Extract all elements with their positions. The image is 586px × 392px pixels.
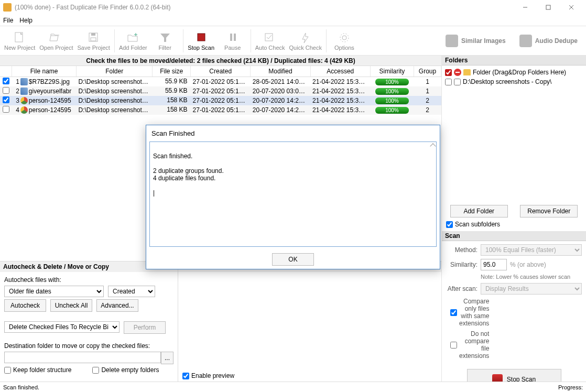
col-group[interactable]: Group xyxy=(414,66,441,77)
close-button[interactable] xyxy=(560,0,583,15)
new-project-icon xyxy=(13,31,27,45)
created-select[interactable]: Created xyxy=(108,286,155,297)
scan-section-header: Scan xyxy=(442,231,586,241)
table-row[interactable]: 2giveyourselfabrD:\Desktop screenshots -… xyxy=(0,86,441,96)
check-summary-bar: Check the files to be moved/deleted: 2 f… xyxy=(0,56,441,66)
delete-empty-folders-checkbox[interactable] xyxy=(92,367,99,374)
window-title: (100% done) - Fast Duplicate File Finder… xyxy=(15,4,170,11)
file-type-icon xyxy=(20,78,28,85)
table-row[interactable]: 1$R7BZ29S.jpgD:\Desktop screenshots -...… xyxy=(0,77,441,86)
svg-rect-1 xyxy=(546,5,550,9)
table-header-row: File name Folder File size Created Modif… xyxy=(0,66,441,77)
row-checkbox[interactable] xyxy=(3,96,9,103)
folder-path-row[interactable]: D:\Desktop screenshots - Copy\ xyxy=(445,77,583,86)
uncheck-all-button[interactable]: Uncheck All xyxy=(50,299,92,312)
autocheck-button[interactable]: Autocheck xyxy=(4,299,46,312)
file-name: $R7BZ29S.jpg xyxy=(29,78,70,85)
toolbar-separator xyxy=(183,29,183,52)
filter-icon xyxy=(158,31,172,45)
menu-help[interactable]: Help xyxy=(19,17,32,24)
row-checkbox[interactable] xyxy=(3,78,9,84)
scan-subfolders-checkbox[interactable] xyxy=(446,221,453,228)
keep-folder-structure-checkbox[interactable] xyxy=(4,367,11,374)
stop-scan-big-label: Stop Scan xyxy=(507,376,536,382)
add-folder-side-button[interactable]: Add Folder xyxy=(450,205,508,217)
dont-compare-ext-checkbox[interactable] xyxy=(450,342,457,349)
delete-action-select[interactable]: Delete Checked Files To Recycle Bin xyxy=(4,321,120,333)
compare-same-ext-checkbox[interactable] xyxy=(450,309,457,316)
method-label: Method: xyxy=(446,246,478,254)
col-filename[interactable]: File name xyxy=(12,66,77,77)
menu-file[interactable]: File xyxy=(3,17,13,24)
options-button[interactable]: Options xyxy=(329,28,360,54)
add-folder-button[interactable]: Add Folder xyxy=(117,28,149,54)
folders-list[interactable]: Folder (Drag&Drop Folders Here) D:\Deskt… xyxy=(442,66,586,202)
similar-images-link[interactable]: Similar Images xyxy=(446,35,506,47)
file-name: person-124595 xyxy=(29,97,71,104)
bottom-panels: Autocheck & Delete / Move or Copy Autoch… xyxy=(0,261,441,382)
similarity-input[interactable] xyxy=(481,259,507,270)
created-cell: 27-01-2022 05:13:40 xyxy=(191,96,251,105)
similarity-note: Note: Lower % causes slower scan xyxy=(481,274,582,280)
stop-icon xyxy=(492,374,503,382)
file-name: person-124595 xyxy=(29,106,71,114)
menubar: File Help xyxy=(0,15,586,26)
col-modified[interactable]: Modified xyxy=(251,66,310,77)
maximize-button[interactable] xyxy=(537,0,560,15)
auto-check-button[interactable]: Auto Check xyxy=(253,28,287,54)
filter-label: Filter xyxy=(158,45,171,51)
col-filesize[interactable]: File size xyxy=(153,66,191,77)
accessed-cell: 21-04-2022 15:39:40 xyxy=(310,96,370,105)
row-checkbox[interactable] xyxy=(3,87,9,94)
file-type-icon xyxy=(20,106,28,114)
filter-button[interactable]: Filter xyxy=(149,28,181,54)
enable-preview-checkbox[interactable] xyxy=(182,373,189,379)
row-index: 2 xyxy=(14,88,19,95)
file-type-icon xyxy=(20,88,28,95)
accessed-cell: 21-04-2022 15:39:40 xyxy=(310,86,370,96)
scroll-up-icon[interactable] xyxy=(430,143,436,149)
col-similarity[interactable]: Similarity xyxy=(370,66,414,77)
after-scan-select[interactable]: Display Results xyxy=(481,283,582,295)
ok-button[interactable]: OK xyxy=(272,253,314,266)
browse-destination-button[interactable]: ... xyxy=(161,352,173,364)
folder-cell: D:\Desktop screenshots -... xyxy=(76,105,152,115)
modified-cell: 20-07-2020 14:22:42 xyxy=(251,105,310,115)
audio-dedupe-link[interactable]: Audio Dedupe xyxy=(519,35,578,47)
col-folder[interactable]: Folder xyxy=(76,66,152,77)
quick-check-button[interactable]: Quick Check xyxy=(287,28,324,54)
after-scan-label: After scan: xyxy=(446,285,478,292)
table-row[interactable]: 4person-124595D:\Desktop screenshots -..… xyxy=(0,105,441,115)
modified-cell: 20-07-2020 14:22:34 xyxy=(251,96,310,105)
dialog-body[interactable]: Scan finished. 2 duplicate groups found.… xyxy=(149,141,437,247)
minimize-button[interactable] xyxy=(514,0,537,15)
stop-scan-big-button[interactable]: Stop Scan xyxy=(467,369,561,382)
col-checkbox[interactable] xyxy=(0,66,12,77)
folder-dragdrop-label: Folder (Drag&Drop Folders Here) xyxy=(473,69,566,76)
open-project-button[interactable]: Open Project xyxy=(37,28,75,54)
new-project-button[interactable]: New Project xyxy=(2,28,37,54)
folder-path-check1[interactable] xyxy=(445,79,452,85)
col-accessed[interactable]: Accessed xyxy=(310,66,370,77)
save-project-button[interactable]: Save Project xyxy=(75,28,112,54)
svg-point-16 xyxy=(342,36,346,40)
folder-check-red[interactable] xyxy=(445,69,452,76)
options-label: Options xyxy=(334,45,354,51)
col-created[interactable]: Created xyxy=(191,66,251,77)
pause-button[interactable]: Pause xyxy=(217,28,248,54)
similarity-bar: 100% xyxy=(375,88,409,95)
destination-folder-input[interactable] xyxy=(4,352,161,363)
method-select[interactable]: 100% Equal Files (faster) xyxy=(481,244,582,256)
older-file-dates-select[interactable]: Older file dates xyxy=(4,286,104,297)
remove-folder-button[interactable]: Remove Folder xyxy=(520,205,578,217)
svg-point-17 xyxy=(340,34,349,42)
svg-rect-14 xyxy=(234,34,236,41)
dialog-footer: OK xyxy=(146,250,440,269)
perform-button[interactable]: Perform xyxy=(124,321,166,334)
folder-path-check2[interactable] xyxy=(454,79,461,85)
row-index: 3 xyxy=(14,97,19,104)
row-checkbox[interactable] xyxy=(3,106,9,113)
stop-scan-button[interactable]: Stop Scan xyxy=(186,28,217,54)
table-row[interactable]: 3person-124595D:\Desktop screenshots -..… xyxy=(0,96,441,105)
advanced-button[interactable]: Advanced... xyxy=(96,299,138,312)
